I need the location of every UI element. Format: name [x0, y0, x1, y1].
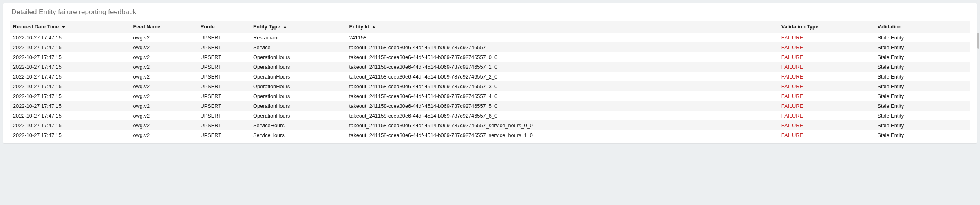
cell-feed-name: owg.v2: [130, 42, 197, 52]
cell-validation-type: FAILURE: [778, 101, 874, 111]
table-row[interactable]: 2022-10-27 17:47:15owg.v2UPSERTOperation…: [10, 72, 970, 81]
cell-entity-id: takeout_241158-ccea30e6-44df-4514-b069-7…: [346, 101, 778, 111]
cell-entity-id: takeout_241158-ccea30e6-44df-4514-b069-7…: [346, 120, 778, 130]
table-row[interactable]: 2022-10-27 17:47:15owg.v2UPSERTOperation…: [10, 52, 970, 62]
cell-validation: Stale Entity: [874, 52, 970, 62]
cell-validation-type: FAILURE: [778, 72, 874, 81]
sort-desc-icon: [62, 24, 66, 30]
cell-feed-name: owg.v2: [130, 33, 197, 42]
col-route[interactable]: Route: [197, 21, 250, 33]
cell-feed-name: owg.v2: [130, 130, 197, 140]
cell-entity-id: takeout_241158-ccea30e6-44df-4514-b069-7…: [346, 130, 778, 140]
col-label: Validation: [877, 24, 901, 30]
col-entity-id[interactable]: Entity Id: [346, 21, 778, 33]
sort-asc-icon: [372, 24, 376, 30]
cell-validation-type: FAILURE: [778, 91, 874, 101]
cell-feed-name: owg.v2: [130, 52, 197, 62]
col-entity-type[interactable]: Entity Type: [250, 21, 346, 33]
cell-validation-type: FAILURE: [778, 111, 874, 120]
cell-route: UPSERT: [197, 120, 250, 130]
table-row[interactable]: 2022-10-27 17:47:15owg.v2UPSERTOperation…: [10, 62, 970, 72]
cell-feed-name: owg.v2: [130, 81, 197, 91]
cell-entity-id: 241158: [346, 33, 778, 42]
cell-request-date-time: 2022-10-27 17:47:15: [10, 52, 130, 62]
col-validation-type[interactable]: Validation Type: [778, 21, 874, 33]
detailed-entity-failure-card: Detailed Entity failure reporting feedba…: [3, 3, 977, 143]
table-row[interactable]: 2022-10-27 17:47:15owg.v2UPSERTRestauran…: [10, 33, 970, 42]
cell-entity-id: takeout_241158-ccea30e6-44df-4514-b069-7…: [346, 52, 778, 62]
cell-entity-id: takeout_241158-ccea30e6-44df-4514-b069-7…: [346, 72, 778, 81]
table-row[interactable]: 2022-10-27 17:47:15owg.v2UPSERTServiceHo…: [10, 120, 970, 130]
cell-validation: Stale Entity: [874, 72, 970, 81]
cell-entity-id: takeout_241158-ccea30e6-44df-4514-b069-7…: [346, 62, 778, 72]
cell-route: UPSERT: [197, 101, 250, 111]
table-row[interactable]: 2022-10-27 17:47:15owg.v2UPSERTServiceta…: [10, 42, 970, 52]
cell-validation: Stale Entity: [874, 62, 970, 72]
cell-entity-id: takeout_241158-ccea30e6-44df-4514-b069-7…: [346, 42, 778, 52]
col-validation[interactable]: Validation: [874, 21, 970, 33]
cell-validation: Stale Entity: [874, 111, 970, 120]
cell-entity-id: takeout_241158-ccea30e6-44df-4514-b069-7…: [346, 111, 778, 120]
vertical-scrollbar-thumb[interactable]: [977, 33, 979, 49]
table-row[interactable]: 2022-10-27 17:47:15owg.v2UPSERTOperation…: [10, 111, 970, 120]
cell-validation-type: FAILURE: [778, 81, 874, 91]
cell-validation: Stale Entity: [874, 130, 970, 140]
cell-request-date-time: 2022-10-27 17:47:15: [10, 72, 130, 81]
cell-request-date-time: 2022-10-27 17:47:15: [10, 91, 130, 101]
cell-validation: Stale Entity: [874, 91, 970, 101]
cell-validation-type: FAILURE: [778, 42, 874, 52]
cell-validation: Stale Entity: [874, 120, 970, 130]
cell-validation-type: FAILURE: [778, 120, 874, 130]
table-header-row: Request Date Time Feed Name Route Entity…: [10, 21, 970, 33]
cell-route: UPSERT: [197, 111, 250, 120]
cell-feed-name: owg.v2: [130, 72, 197, 81]
cell-request-date-time: 2022-10-27 17:47:15: [10, 101, 130, 111]
table-row[interactable]: 2022-10-27 17:47:15owg.v2UPSERTServiceHo…: [10, 130, 970, 140]
cell-validation: Stale Entity: [874, 81, 970, 91]
cell-entity-id: takeout_241158-ccea30e6-44df-4514-b069-7…: [346, 91, 778, 101]
cell-feed-name: owg.v2: [130, 91, 197, 101]
col-label: Route: [200, 24, 214, 30]
cell-validation-type: FAILURE: [778, 130, 874, 140]
cell-request-date-time: 2022-10-27 17:47:15: [10, 33, 130, 42]
cell-feed-name: owg.v2: [130, 101, 197, 111]
col-request-date-time[interactable]: Request Date Time: [10, 21, 130, 33]
cell-entity-type: OperationHours: [250, 62, 346, 72]
cell-validation: Stale Entity: [874, 101, 970, 111]
cell-route: UPSERT: [197, 91, 250, 101]
cell-request-date-time: 2022-10-27 17:47:15: [10, 120, 130, 130]
cell-request-date-time: 2022-10-27 17:47:15: [10, 130, 130, 140]
cell-route: UPSERT: [197, 33, 250, 42]
cell-entity-type: OperationHours: [250, 101, 346, 111]
cell-request-date-time: 2022-10-27 17:47:15: [10, 62, 130, 72]
cell-validation: Stale Entity: [874, 33, 970, 42]
sort-asc-icon: [283, 24, 287, 30]
cell-route: UPSERT: [197, 130, 250, 140]
cell-feed-name: owg.v2: [130, 62, 197, 72]
cell-route: UPSERT: [197, 81, 250, 91]
table-row[interactable]: 2022-10-27 17:47:15owg.v2UPSERTOperation…: [10, 91, 970, 101]
table-row[interactable]: 2022-10-27 17:47:15owg.v2UPSERTOperation…: [10, 101, 970, 111]
col-feed-name[interactable]: Feed Name: [130, 21, 197, 33]
cell-route: UPSERT: [197, 62, 250, 72]
cell-route: UPSERT: [197, 42, 250, 52]
cell-route: UPSERT: [197, 52, 250, 62]
col-label: Entity Id: [349, 24, 369, 30]
col-label: Request Date Time: [13, 24, 59, 30]
cell-validation: Stale Entity: [874, 42, 970, 52]
col-label: Feed Name: [133, 24, 161, 30]
col-label: Entity Type: [253, 24, 280, 30]
failure-table: Request Date Time Feed Name Route Entity…: [10, 21, 970, 140]
cell-request-date-time: 2022-10-27 17:47:15: [10, 111, 130, 120]
cell-entity-id: takeout_241158-ccea30e6-44df-4514-b069-7…: [346, 81, 778, 91]
cell-feed-name: owg.v2: [130, 120, 197, 130]
cell-entity-type: OperationHours: [250, 81, 346, 91]
col-label: Validation Type: [781, 24, 819, 30]
table-row[interactable]: 2022-10-27 17:47:15owg.v2UPSERTOperation…: [10, 81, 970, 91]
cell-entity-type: Restaurant: [250, 33, 346, 42]
cell-entity-type: ServiceHours: [250, 120, 346, 130]
cell-validation-type: FAILURE: [778, 33, 874, 42]
cell-validation-type: FAILURE: [778, 62, 874, 72]
cell-validation-type: FAILURE: [778, 52, 874, 62]
cell-entity-type: OperationHours: [250, 72, 346, 81]
